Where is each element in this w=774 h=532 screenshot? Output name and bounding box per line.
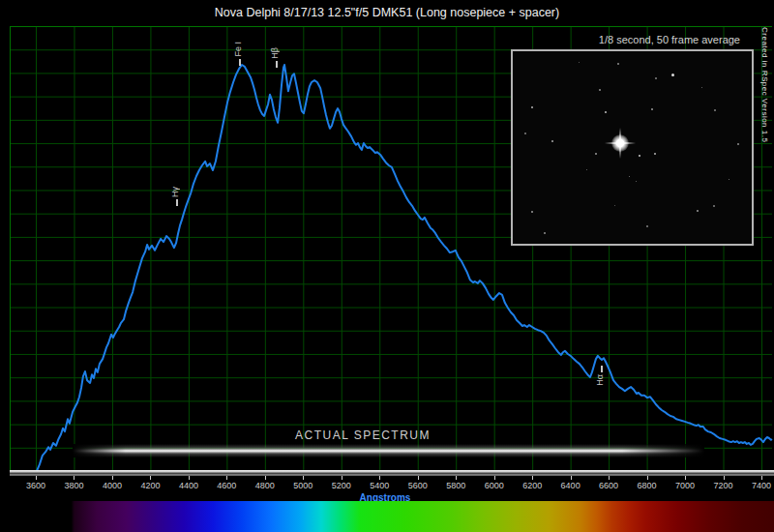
faint-star — [655, 77, 657, 79]
x-tick — [112, 476, 113, 480]
x-tick — [494, 476, 495, 480]
x-tick — [724, 476, 725, 480]
actual-spectrum-strip — [73, 444, 704, 458]
x-tick — [609, 476, 610, 480]
faint-star — [629, 176, 630, 177]
strip-fade-right — [622, 444, 704, 458]
x-tick-label: 6200 — [522, 481, 542, 490]
x-tick — [571, 476, 572, 480]
line-label-hγ: Hγ — [170, 187, 180, 197]
faint-star — [605, 111, 607, 113]
line-tick-fei — [239, 59, 241, 66]
x-tick-label: 6800 — [638, 481, 657, 490]
x-tick — [379, 476, 380, 480]
faint-star — [524, 133, 526, 134]
x-tick-label: 6000 — [485, 481, 504, 490]
x-tick-label: 4200 — [140, 481, 160, 490]
x-tick-label: 7000 — [675, 481, 695, 490]
x-tick-label: 5600 — [408, 481, 428, 490]
x-tick — [265, 476, 266, 480]
x-axis-bar — [10, 470, 774, 476]
faint-star — [646, 225, 648, 227]
x-tick-label: 6600 — [599, 481, 618, 490]
faint-star — [639, 155, 640, 157]
faint-star — [701, 87, 702, 88]
x-tick-label: 5800 — [446, 481, 465, 490]
x-tick-label: 5200 — [332, 481, 351, 490]
x-tick — [647, 476, 648, 480]
starfield-inset — [511, 49, 754, 246]
x-tick-label: 4800 — [255, 481, 275, 490]
actual-spectrum-label: ACTUAL SPECTRUM — [295, 429, 431, 442]
x-tick — [456, 476, 457, 480]
faint-star — [714, 109, 716, 111]
x-tick — [74, 476, 74, 480]
x-tick-label: 7200 — [714, 481, 733, 490]
x-tick-label: 6400 — [561, 481, 580, 490]
faint-star — [586, 169, 587, 170]
x-tick-label: 4600 — [217, 481, 236, 490]
x-tick — [685, 476, 686, 480]
faint-star — [651, 108, 653, 110]
inset-caption: 1/8 second, 50 frame average — [513, 34, 752, 45]
x-tick — [36, 476, 37, 480]
x-tick — [342, 476, 342, 480]
faint-star — [595, 153, 597, 155]
line-label-hα: Hα — [595, 374, 605, 386]
faint-star — [713, 205, 715, 207]
faint-star — [531, 106, 533, 108]
x-tick — [418, 476, 419, 480]
faint-star — [636, 181, 637, 182]
faint-star — [544, 232, 546, 234]
x-tick — [303, 476, 304, 480]
line-label-fei: Fe I — [233, 42, 243, 57]
x-tick-label: 3800 — [64, 481, 83, 490]
faint-star — [617, 63, 619, 65]
line-tick-hα — [601, 366, 603, 372]
faint-star — [697, 210, 699, 212]
spectrum-colorbar — [0, 501, 774, 532]
x-tick-label: 4000 — [103, 481, 122, 490]
x-tick-label: 5000 — [293, 481, 313, 490]
rspec-spectrum-chart: Nova Delphi 8/17/13 12.5"f/5 DMK51 (Long… — [0, 0, 774, 532]
strip-fade-left — [73, 444, 126, 458]
x-tick — [150, 476, 151, 480]
x-tick-label: 5400 — [370, 481, 389, 490]
x-tick-label: 7400 — [752, 481, 771, 490]
faint-star — [737, 143, 739, 145]
line-tick-hγ — [176, 199, 178, 206]
faint-star — [599, 89, 601, 91]
faint-star — [614, 205, 615, 206]
x-tick — [761, 476, 762, 480]
faint-star — [654, 153, 656, 155]
faint-star — [579, 62, 580, 63]
x-tick — [189, 476, 190, 480]
star-core — [611, 134, 629, 152]
x-tick — [226, 476, 227, 480]
faint-star — [531, 211, 533, 213]
x-tick-label: 4400 — [179, 481, 198, 490]
line-tick-hβ — [276, 61, 278, 68]
x-tick — [532, 476, 533, 480]
rspec-watermark: Created in RSpec Version 1.5 — [760, 27, 769, 142]
x-tick-label: 3600 — [26, 481, 45, 490]
faint-star — [551, 140, 553, 142]
faint-star — [671, 74, 674, 76]
line-label-hβ: Hβ — [270, 47, 280, 59]
page-title: Nova Delphi 8/17/13 12.5"f/5 DMK51 (Long… — [0, 6, 774, 19]
faint-star — [729, 179, 729, 180]
